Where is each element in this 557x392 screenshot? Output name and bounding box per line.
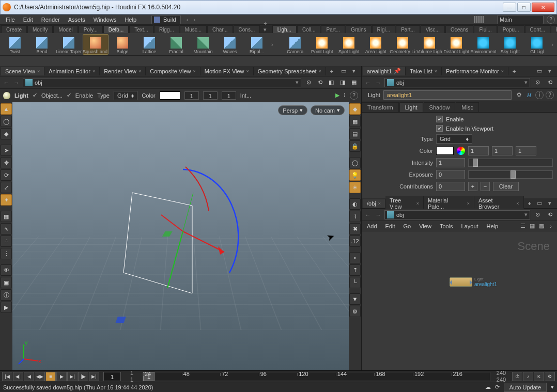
contrib-clear-button[interactable]: Clear (493, 182, 519, 191)
shelf-tab-collisions[interactable]: Coll... (297, 25, 321, 33)
net-menu-add[interactable]: Add (364, 222, 380, 230)
brush-tool-icon[interactable]: ◆ (1, 128, 12, 139)
node-arealight1[interactable]: Light arealight1 (450, 277, 497, 287)
tool-linear-taper[interactable]: Linear Taper (56, 34, 82, 55)
tool-camera[interactable]: Camera (282, 34, 308, 55)
play-back-button[interactable]: ◀▶ (35, 372, 45, 381)
view-tool-icon[interactable]: 👁 (1, 264, 12, 276)
menu-windows[interactable]: Windows (90, 15, 120, 24)
hscript-icon[interactable]: H (525, 91, 533, 99)
play-handle-icon[interactable]: ▶ (335, 92, 339, 99)
nocam-menu[interactable]: No cam▾ (311, 105, 345, 115)
tab-render-view[interactable]: Render View× (100, 67, 146, 75)
exposure-input[interactable] (436, 170, 465, 179)
network-max-icon[interactable]: ▭ (535, 199, 544, 208)
backface-icon[interactable]: ◐ (349, 198, 361, 210)
network-view[interactable]: Scene Light arealight1 (362, 231, 557, 370)
network-menu-icon[interactable]: ▾ (546, 199, 554, 208)
interrupt-icon[interactable]: ⟳ (495, 384, 500, 390)
handle-toggle[interactable]: ✔ (33, 92, 37, 99)
menu-edit[interactable]: Edit (20, 15, 37, 24)
net-pin-icon[interactable]: ⊙ (532, 210, 543, 219)
menu-render[interactable]: Render (38, 15, 64, 24)
tab-geometry-spreadsheet[interactable]: Geometry Spreadsheet× (254, 67, 326, 75)
minimize-button[interactable]: — (503, 3, 516, 12)
tool-bulge[interactable]: Bulge (110, 34, 135, 55)
select-tool-icon[interactable]: ▲ (1, 103, 12, 115)
scale-tool-icon[interactable]: ⤢ (1, 182, 12, 193)
shelf-tab-modify[interactable]: Modify (27, 25, 53, 33)
parm-link-icon[interactable]: ⟲ (545, 78, 555, 87)
parm-max-icon[interactable]: ▭ (535, 67, 544, 75)
3d-viewport[interactable]: Persp▾ No cam▾ y x ➤ (12, 102, 349, 370)
contrib-input[interactable] (436, 182, 465, 191)
toolbar-opts-icon[interactable]: ⁝ (344, 92, 346, 99)
handle-tool-icon[interactable]: ✦ (1, 194, 12, 206)
parm-tab-add[interactable]: + (508, 68, 520, 74)
snap-multi-icon[interactable]: ⋮ (1, 248, 12, 259)
close-button[interactable]: ✕ (532, 3, 554, 12)
shelf-tab-containers[interactable]: Cont... (525, 25, 550, 33)
tool-distant-light[interactable]: Distant Light (443, 34, 469, 55)
ghost-icon[interactable]: ◧ (326, 78, 336, 87)
color-parm-swatch[interactable] (436, 147, 454, 155)
tab-performance-monitor[interactable]: Performance Monitor× (442, 67, 508, 75)
viewer-path-field[interactable]: ▾ (23, 78, 301, 87)
tool-bend[interactable]: Bend (29, 34, 55, 55)
enable-viewport-checkbox[interactable]: ✔ (436, 125, 443, 132)
play-button[interactable]: ▶ (56, 372, 67, 381)
color-parm-g[interactable] (492, 146, 513, 155)
lasso-tool-icon[interactable]: ◯ (1, 116, 12, 127)
tab-arealight1[interactable]: arealight1📌 (363, 67, 406, 75)
normal-disp-icon[interactable]: ⤒ (349, 264, 361, 276)
tab-take-list[interactable]: Take List× (406, 67, 442, 75)
shelf-tab-grains[interactable]: Grains (346, 25, 371, 33)
viewer-back-icon[interactable]: ← (2, 79, 10, 87)
parm-path-input[interactable] (396, 80, 522, 86)
parm-pin-icon[interactable]: ⊙ (532, 78, 543, 87)
shelf-tab-character[interactable]: Char... (207, 25, 233, 33)
color-r[interactable]: 1 (184, 91, 199, 100)
render-region-icon[interactable]: ▣ (1, 277, 12, 288)
pin-view-icon[interactable]: ⊙ (303, 78, 314, 87)
shelf-tab-create[interactable]: Create (1, 25, 27, 33)
node-body[interactable] (450, 277, 472, 287)
snap-grid-icon[interactable]: ▦ (1, 211, 12, 222)
intensity-slider[interactable] (468, 159, 553, 167)
color-swatch[interactable] (160, 91, 180, 100)
contrib-remove-button[interactable]: − (481, 182, 490, 191)
tool-spot-light[interactable]: Spot Light (336, 34, 362, 55)
step-back-button[interactable]: ◀ (24, 372, 34, 381)
parm-tab-light[interactable]: Light (399, 102, 423, 112)
shelf-tab-texture[interactable]: Text... (129, 25, 153, 33)
goto-start-button[interactable]: |◀ (2, 372, 12, 381)
type-select[interactable]: Grid ♦ (114, 91, 137, 100)
flipbook-icon[interactable]: ▶ (1, 302, 12, 313)
inspect-icon[interactable]: ⓘ (1, 289, 12, 301)
shelf-tab-muscles[interactable]: Musc... (180, 25, 207, 33)
tool-mountain[interactable]: Mountain (190, 34, 216, 55)
toolbar-help-icon[interactable]: ? (350, 91, 358, 100)
enable-checkbox[interactable]: ✔ (436, 116, 443, 122)
render-icon[interactable]: ▦ (349, 78, 359, 87)
realtime-toggle[interactable]: ⏱ (512, 372, 522, 381)
enable-toggle[interactable]: ✔ (67, 92, 71, 99)
color-g[interactable]: 1 (203, 91, 218, 100)
anim-opts-icon[interactable]: ⚙ (545, 372, 555, 381)
disp-options-icon[interactable]: ⚙ (349, 306, 361, 317)
parm-back-icon[interactable]: ← (364, 79, 372, 87)
net-back-icon[interactable]: ← (364, 211, 372, 219)
parm-fwd-icon[interactable]: → (374, 79, 382, 87)
pane-menu-icon[interactable]: ▾ (350, 67, 358, 75)
shelf-tab-deform[interactable]: Defo... (103, 25, 129, 33)
shelf-tab-model[interactable]: Model (53, 25, 78, 33)
tool-gi-ligl[interactable]: GI Ligl (524, 34, 550, 55)
shelf-tab-constraints[interactable]: Cons... (234, 25, 260, 33)
shelf-tab-lights[interactable]: Ligh... (272, 25, 297, 33)
desktop-next[interactable]: › (191, 17, 198, 23)
update-menu-icon[interactable]: ▾ (551, 384, 554, 390)
node-name-field[interactable] (383, 90, 512, 100)
step-fwd-key-button[interactable]: |▶ (78, 372, 88, 381)
gear-icon[interactable]: ✿ (515, 91, 523, 99)
shelf-right-more[interactable]: › (550, 41, 555, 48)
